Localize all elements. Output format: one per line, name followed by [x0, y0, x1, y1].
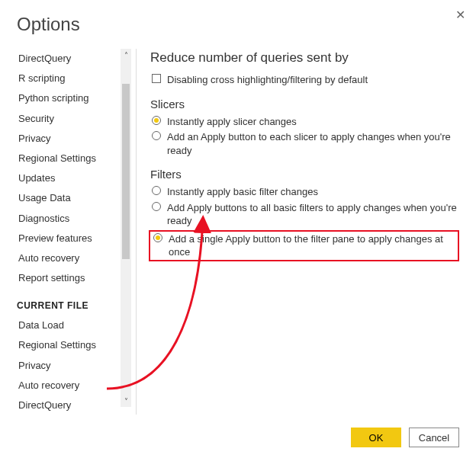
sidebar-item[interactable]: Privacy [17, 129, 122, 149]
radio-option[interactable]: Instantly apply slicer changes [150, 115, 459, 129]
close-icon[interactable]: ✕ [455, 8, 465, 22]
radio-option[interactable]: Add Apply buttons to all basic filters t… [150, 201, 459, 228]
slicers-heading: Slicers [150, 98, 459, 110]
sidebar: DirectQueryR scriptingPython scriptingSe… [17, 49, 122, 415]
checkbox-disable-cross[interactable]: Disabling cross highlighting/filtering b… [150, 73, 459, 87]
radio-label: Instantly apply basic filter changes [167, 185, 318, 199]
checkbox-label: Disabling cross highlighting/filtering b… [167, 73, 368, 87]
radio-icon [152, 202, 161, 211]
sidebar-scrollbar[interactable]: ˄ ˅ [121, 49, 131, 407]
ok-button[interactable]: OK [351, 428, 401, 447]
sidebar-item[interactable]: Diagnostics [17, 209, 122, 229]
options-dialog: ✕ Options DirectQueryR scriptingPython s… [0, 0, 476, 458]
radio-icon [153, 233, 162, 242]
dialog-footer: OK Cancel [351, 428, 459, 447]
radio-label: Add a single Apply button to the filter … [169, 232, 456, 259]
sidebar-item[interactable]: Report settings [17, 268, 122, 288]
section-title: Reduce number of queries sent by [150, 50, 459, 66]
dialog-title: Options [17, 14, 459, 35]
sidebar-item[interactable]: R scripting [17, 69, 122, 88]
sidebar-item[interactable]: Usage Data [17, 188, 122, 208]
scroll-down-icon[interactable]: ˅ [121, 395, 131, 407]
scroll-thumb[interactable] [122, 84, 130, 259]
sidebar-item[interactable]: DirectQuery [17, 396, 122, 415]
checkbox-icon [152, 74, 161, 83]
sidebar-item[interactable]: Auto recovery [17, 248, 122, 268]
vertical-divider [136, 49, 137, 415]
sidebar-item[interactable]: Updates [17, 168, 122, 188]
radio-option[interactable]: Instantly apply basic filter changes [150, 185, 459, 199]
sidebar-item[interactable]: Regional Settings [17, 149, 122, 168]
cancel-button[interactable]: Cancel [409, 428, 459, 447]
radio-label: Instantly apply slicer changes [167, 115, 297, 129]
sidebar-item[interactable]: Regional Settings [17, 335, 122, 355]
main-panel: Reduce number of queries sent by Disabli… [150, 49, 459, 415]
radio-option[interactable]: Add an Apply button to each slicer to ap… [150, 130, 459, 157]
radio-label: Add an Apply button to each slicer to ap… [167, 130, 459, 157]
radio-label: Add Apply buttons to all basic filters t… [167, 201, 459, 228]
radio-icon [152, 116, 161, 125]
scroll-up-icon[interactable]: ˄ [121, 49, 131, 61]
sidebar-item[interactable]: Security [17, 109, 122, 129]
sidebar-item[interactable]: Data Load [17, 315, 122, 335]
radio-icon [152, 131, 161, 140]
sidebar-item[interactable]: DirectQuery [17, 49, 122, 69]
filters-heading: Filters [150, 168, 459, 181]
sidebar-item[interactable]: Preview features [17, 229, 122, 248]
sidebar-item[interactable]: Python scripting [17, 88, 122, 108]
sidebar-item[interactable]: Auto recovery [17, 376, 122, 396]
sidebar-item[interactable]: Privacy [17, 356, 122, 376]
radio-icon [152, 186, 161, 195]
sidebar-section-header: CURRENT FILE [17, 300, 122, 311]
radio-option[interactable]: Add a single Apply button to the filter … [149, 230, 459, 261]
